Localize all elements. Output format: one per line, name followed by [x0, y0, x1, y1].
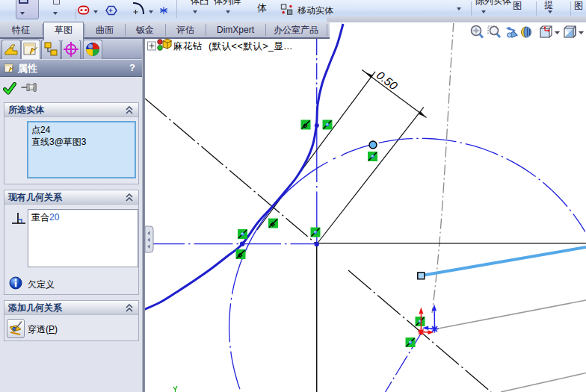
svg-text:0.50: 0.50	[374, 69, 400, 93]
